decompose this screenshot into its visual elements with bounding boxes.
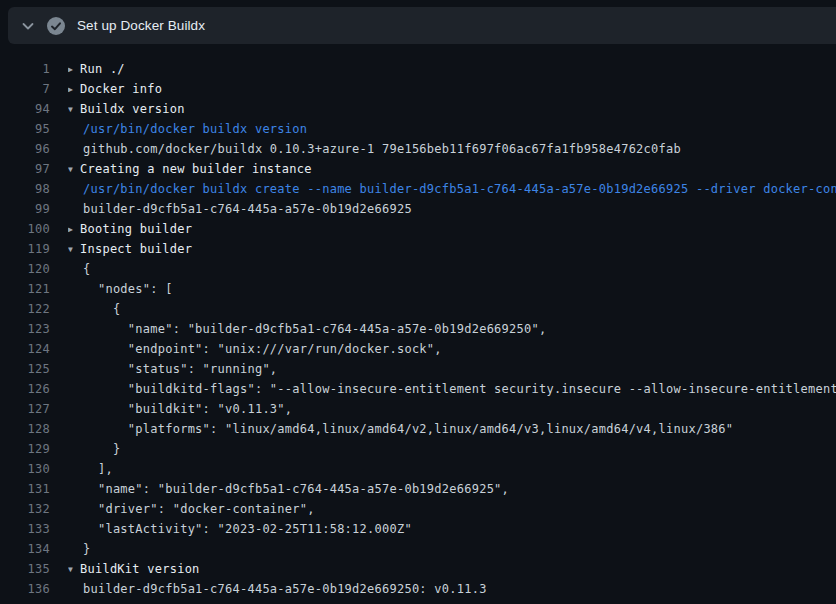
log-line-text: ], [83,462,113,476]
log-group-row[interactable]: 97▼Creating a new builder instance [0,159,836,179]
log-line-text: Creating a new builder instance [80,162,312,176]
log-line-text: } [83,542,90,556]
log-container: 1▶Run ./7▶Docker info94▼Buildx version95… [0,59,836,599]
log-line-text: "buildkitd-flags": "--allow-insecure-ent… [83,382,836,396]
log-line-text: Docker info [80,82,162,96]
log-row: 96github.com/docker/buildx 0.10.3+azure-… [0,139,836,159]
log-line-text: BuildKit version [80,562,200,576]
line-number-link[interactable]: 99 [0,199,50,219]
line-number-link[interactable]: 136 [0,579,50,599]
log-line-content[interactable]: ▶Docker info [68,79,836,101]
log-group-row[interactable]: 100▶Booting builder [0,219,836,239]
line-number-link[interactable]: 127 [0,399,50,419]
log-line-text: { [83,302,120,316]
log-row: 121 "nodes": [ [0,279,836,299]
log-line-text: "name": "builder-d9cfb5a1-c764-445a-a57e… [83,482,509,496]
log-line-content: ], [68,459,836,479]
line-number-link[interactable]: 97 [0,159,50,179]
log-line-text: } [83,442,120,456]
log-line-content: builder-d9cfb5a1-c764-445a-a57e-0b19d2e6… [68,199,836,219]
log-row: 99builder-d9cfb5a1-c764-445a-a57e-0b19d2… [0,199,836,219]
log-row: 136builder-d9cfb5a1-c764-445a-a57e-0b19d… [0,579,836,599]
log-line-content: } [68,539,836,559]
log-line-content: { [68,299,836,319]
log-row: 126 "buildkitd-flags": "--allow-insecure… [0,379,836,399]
log-line-text: Run ./ [80,62,125,76]
chevron-collapsed-icon: ▶ [68,80,80,100]
log-line-text: "buildkit": "v0.11.3", [83,402,292,416]
line-number-link[interactable]: 130 [0,459,50,479]
line-number-link[interactable]: 122 [0,299,50,319]
step-title: Set up Docker Buildx [77,18,205,33]
line-number-link[interactable]: 131 [0,479,50,499]
log-group-row[interactable]: 135▼BuildKit version [0,559,836,579]
line-number-link[interactable]: 123 [0,319,50,339]
log-line-text: builder-d9cfb5a1-c764-445a-a57e-0b19d2e6… [83,582,487,596]
line-number-link[interactable]: 100 [0,219,50,239]
chevron-collapsed-icon: ▶ [68,220,80,240]
log-line-content: "platforms": "linux/amd64,linux/amd64/v2… [68,419,836,439]
log-group-row[interactable]: 1▶Run ./ [0,59,836,79]
log-row: 120{ [0,259,836,279]
log-line-content[interactable]: ▼Inspect builder [68,239,836,261]
line-number-link[interactable]: 121 [0,279,50,299]
log-line-content: "lastActivity": "2023-02-25T11:58:12.000… [68,519,836,539]
log-line-content[interactable]: ▼Buildx version [68,99,836,121]
chevron-expanded-icon: ▼ [68,560,80,580]
line-number-link[interactable]: 134 [0,539,50,559]
line-number-link[interactable]: 125 [0,359,50,379]
log-line-text: Booting builder [80,222,192,236]
log-line-text: github.com/docker/buildx 0.10.3+azure-1 … [83,142,681,156]
line-number-link[interactable]: 7 [0,79,50,99]
line-number-link[interactable]: 129 [0,439,50,459]
log-row: 128 "platforms": "linux/amd64,linux/amd6… [0,419,836,439]
line-number-link[interactable]: 119 [0,239,50,259]
log-line-text: "name": "builder-d9cfb5a1-c764-445a-a57e… [83,322,546,336]
step-header[interactable]: Set up Docker Buildx [8,7,836,44]
line-number-link[interactable]: 128 [0,419,50,439]
log-line-content: "buildkit": "v0.11.3", [68,399,836,419]
log-row: 123 "name": "builder-d9cfb5a1-c764-445a-… [0,319,836,339]
log-line-text: /usr/bin/docker buildx version [83,122,307,136]
log-row: 132 "driver": "docker-container", [0,499,836,519]
line-number-link[interactable]: 133 [0,519,50,539]
log-line-content: "status": "running", [68,359,836,379]
line-number-link[interactable]: 126 [0,379,50,399]
line-number-link[interactable]: 95 [0,119,50,139]
log-row: 95/usr/bin/docker buildx version [0,119,836,139]
log-group-row[interactable]: 119▼Inspect builder [0,239,836,259]
line-number-link[interactable]: 96 [0,139,50,159]
log-line-text: "endpoint": "unix:///var/run/docker.sock… [83,342,442,356]
line-number-link[interactable]: 124 [0,339,50,359]
chevron-down-icon[interactable] [20,18,36,34]
line-number-link[interactable]: 120 [0,259,50,279]
line-number-link[interactable]: 94 [0,99,50,119]
log-line-content[interactable]: ▶Run ./ [68,59,836,81]
line-number-link[interactable]: 135 [0,559,50,579]
log-group-row[interactable]: 94▼Buildx version [0,99,836,119]
log-line-text: "platforms": "linux/amd64,linux/amd64/v2… [83,422,733,436]
chevron-expanded-icon: ▼ [68,160,80,180]
log-line-content: "name": "builder-d9cfb5a1-c764-445a-a57e… [68,479,836,499]
log-line-content: "buildkitd-flags": "--allow-insecure-ent… [68,379,836,399]
log-line-content: builder-d9cfb5a1-c764-445a-a57e-0b19d2e6… [68,579,836,599]
log-line-text: { [83,262,90,276]
check-circle-icon [47,17,65,35]
log-group-row[interactable]: 7▶Docker info [0,79,836,99]
log-line-text: "status": "running", [83,362,277,376]
log-line-content[interactable]: ▼Creating a new builder instance [68,159,836,181]
log-line-content: /usr/bin/docker buildx version [68,119,836,139]
log-row: 122 { [0,299,836,319]
log-line-content[interactable]: ▼BuildKit version [68,559,836,581]
log-line-content: "driver": "docker-container", [68,499,836,519]
log-line-text: "nodes": [ [83,282,173,296]
log-row: 124 "endpoint": "unix:///var/run/docker.… [0,339,836,359]
line-number-link[interactable]: 1 [0,59,50,79]
log-line-content[interactable]: ▶Booting builder [68,219,836,241]
log-row: 133 "lastActivity": "2023-02-25T11:58:12… [0,519,836,539]
line-number-link[interactable]: 98 [0,179,50,199]
log-row: 98/usr/bin/docker buildx create --name b… [0,179,836,199]
chevron-expanded-icon: ▼ [68,100,80,120]
line-number-link[interactable]: 132 [0,499,50,519]
log-line-content: "endpoint": "unix:///var/run/docker.sock… [68,339,836,359]
